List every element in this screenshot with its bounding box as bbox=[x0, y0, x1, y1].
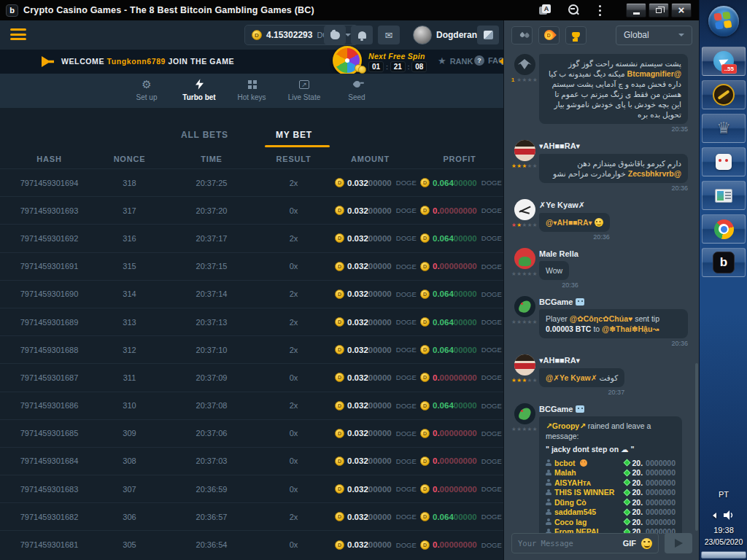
message-username[interactable]: Male Rella bbox=[539, 249, 578, 258]
close-button[interactable]: × bbox=[671, 3, 692, 18]
language-indicator[interactable]: PT bbox=[700, 490, 747, 499]
person-icon bbox=[546, 470, 551, 476]
bet-nonce: 310 bbox=[98, 401, 160, 410]
chat-panel-icon bbox=[484, 31, 493, 39]
message-input[interactable] bbox=[518, 539, 618, 548]
doge-coin-icon: D bbox=[335, 262, 344, 271]
bet-profit: D 0.00000000 DOGE bbox=[416, 373, 503, 382]
taskbar-telegram[interactable]: ..55 bbox=[702, 47, 746, 76]
bet-result: 0x bbox=[263, 485, 325, 494]
doge-coin-icon: D bbox=[335, 456, 344, 466]
tab-setup[interactable]: ⚙ Set up bbox=[125, 78, 168, 108]
messages-button[interactable]: ✉ bbox=[378, 26, 400, 44]
tab-turbo-bet[interactable]: Turbo bet bbox=[178, 78, 220, 108]
bet-hash: 7971459301685 bbox=[0, 429, 98, 438]
user-mention[interactable]: @▾AH■■RA▾ bbox=[546, 218, 592, 227]
message-username[interactable]: BCGame bbox=[539, 298, 688, 306]
rain-sender[interactable]: ↗Groopy↗ bbox=[546, 421, 586, 430]
table-row: 7971459301685 309 20:37:06 0x D 0.032000… bbox=[0, 419, 503, 447]
profile-menu[interactable]: Dogderan bbox=[413, 26, 487, 44]
table-row: 7971459301692 316 20:37:17 2x D 0.032000… bbox=[0, 224, 503, 252]
restore-button[interactable] bbox=[649, 3, 669, 18]
rain-button[interactable] bbox=[511, 26, 533, 44]
clock-time[interactable]: 19:38 bbox=[700, 526, 747, 534]
user-mention[interactable]: @Zecsbhkrvrb bbox=[628, 169, 681, 178]
trophy-button[interactable] bbox=[565, 26, 587, 44]
wallet-button[interactable] bbox=[324, 26, 346, 44]
balance-amount: 4.15302293 bbox=[266, 30, 312, 40]
fireball-button[interactable]: D bbox=[538, 26, 560, 44]
user-mention[interactable]: @✗Ye Kyaw✗ bbox=[546, 373, 597, 382]
bet-amount: D 0.03200000 DOGE bbox=[325, 262, 416, 271]
channel-select[interactable]: Global bbox=[616, 26, 692, 45]
tab-all-bets[interactable]: ALL BETS bbox=[181, 130, 228, 140]
minimize-button[interactable] bbox=[626, 3, 646, 18]
gif-button[interactable]: GIF bbox=[623, 539, 636, 548]
speaker-icon[interactable] bbox=[724, 510, 735, 520]
doge-coin-icon: D bbox=[420, 289, 430, 299]
bell-icon bbox=[358, 31, 366, 39]
avatar[interactable] bbox=[514, 54, 535, 75]
tab-hot-keys[interactable]: Hot keys bbox=[231, 78, 273, 108]
avatar[interactable] bbox=[514, 140, 535, 161]
tab-live-state[interactable]: ↗ Live State bbox=[283, 78, 325, 108]
bet-time: 20:37:15 bbox=[160, 262, 263, 271]
user-mention[interactable]: @✽Thaí✽Hậu↝ bbox=[602, 324, 659, 333]
emoji-button[interactable] bbox=[641, 538, 652, 549]
show-desktop-button[interactable] bbox=[701, 551, 746, 559]
person-icon bbox=[546, 499, 551, 505]
doge-coin-icon: D bbox=[420, 262, 430, 271]
taskbar-dice-app[interactable] bbox=[702, 147, 746, 176]
start-button[interactable] bbox=[708, 6, 739, 36]
message-bubble: @✗Ye Kyaw✗ کوفت bbox=[539, 368, 624, 387]
message-username[interactable]: BCGame bbox=[539, 405, 682, 413]
bet-hash: 7971459301693 bbox=[0, 206, 98, 215]
doge-coin-icon: D bbox=[335, 345, 344, 354]
taskbar-window-app[interactable] bbox=[702, 181, 746, 210]
tab-my-bet[interactable]: MY BET bbox=[276, 130, 312, 140]
doge-coin-icon: D bbox=[420, 540, 430, 550]
tab-seed[interactable]: Seed bbox=[336, 78, 378, 108]
translate-icon[interactable]: A bbox=[539, 4, 551, 16]
bet-time: 20:36:59 bbox=[160, 485, 263, 494]
taskbar-crown-app[interactable]: ♛ bbox=[702, 114, 746, 143]
user-mention[interactable]: @✿Côηc✿Chúa♥ bbox=[570, 314, 633, 323]
doge-coin-icon: D bbox=[420, 401, 430, 411]
doge-coin-icon: D bbox=[335, 429, 344, 438]
notifications-button[interactable] bbox=[351, 26, 373, 44]
doge-coin-icon: D bbox=[335, 401, 344, 411]
taskbar-chrome[interactable] bbox=[702, 214, 746, 244]
message-username[interactable]: ✗Ye Kyaw✗ bbox=[539, 201, 610, 210]
show-hidden-icons[interactable] bbox=[713, 513, 716, 518]
taskbar-bcgame[interactable]: b bbox=[702, 248, 746, 277]
avatar[interactable] bbox=[514, 199, 535, 220]
send-icon bbox=[675, 539, 683, 548]
user-mention[interactable]: @Btcmagnifier bbox=[627, 69, 681, 78]
chat-toggle-button[interactable] bbox=[477, 26, 499, 44]
windows-logo-icon bbox=[713, 11, 733, 31]
window-app-icon bbox=[715, 189, 732, 203]
avatar[interactable] bbox=[514, 248, 535, 269]
chat-scrollbar-thumb[interactable] bbox=[695, 363, 698, 531]
profile-username: Dogderan bbox=[436, 30, 477, 40]
avatar[interactable] bbox=[514, 354, 535, 376]
clock-date[interactable]: 23/05/2020 bbox=[700, 537, 747, 546]
message-username[interactable]: ▾AH■■RA▾ bbox=[539, 356, 624, 365]
message-username[interactable]: ▾AH■■RA▾ bbox=[539, 141, 688, 151]
rank-link[interactable]: ★RANK bbox=[438, 55, 473, 66]
browser-content: D 4.15302293 DOGE ✉ Dogderan WELCOME Tun… bbox=[0, 20, 699, 560]
hamburger-menu-icon[interactable] bbox=[10, 28, 26, 43]
zoom-out-icon[interactable] bbox=[567, 4, 580, 17]
avatar[interactable] bbox=[514, 296, 535, 317]
rank-star-icon: ★ bbox=[438, 55, 446, 66]
table-row: 7971459301693 317 20:37:20 0x D 0.032000… bbox=[0, 196, 503, 224]
bet-nonce: 313 bbox=[98, 318, 160, 327]
bet-amount: D 0.03200000 DOGE bbox=[325, 373, 416, 382]
bet-hash: 7971459301692 bbox=[0, 234, 98, 243]
menu-kebab-icon[interactable] bbox=[596, 5, 604, 16]
rank-stars: ★★★★★ bbox=[511, 426, 538, 432]
avatar[interactable] bbox=[514, 403, 535, 424]
send-button[interactable] bbox=[665, 533, 692, 553]
bet-time: 20:37:25 bbox=[160, 179, 263, 187]
taskbar-conquer-game[interactable] bbox=[702, 80, 746, 109]
